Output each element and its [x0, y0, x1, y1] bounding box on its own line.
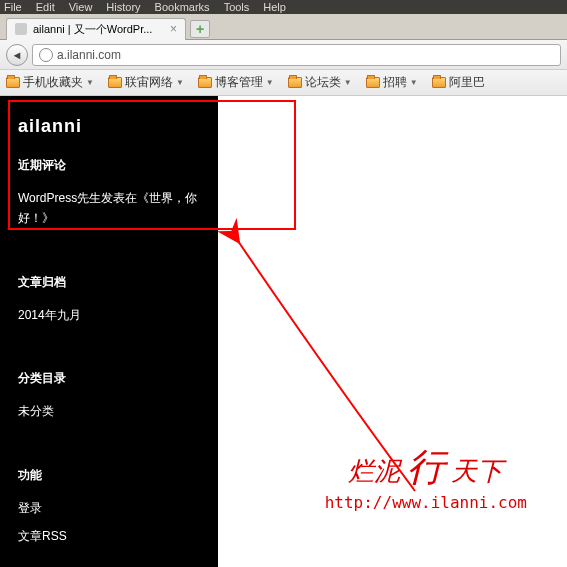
folder-icon — [432, 77, 446, 88]
menu-tools[interactable]: Tools — [224, 1, 250, 13]
globe-icon — [39, 48, 53, 62]
widget-title: 文章归档 — [18, 274, 200, 291]
url-text: a.ilanni.com — [57, 48, 121, 62]
menu-bookmarks[interactable]: Bookmarks — [155, 1, 210, 13]
menu-history[interactable]: History — [106, 1, 140, 13]
menubar: File Edit View History Bookmarks Tools H… — [0, 0, 567, 14]
folder-icon — [108, 77, 122, 88]
folder-icon — [6, 77, 20, 88]
new-tab-button[interactable]: + — [190, 20, 210, 38]
comment-author[interactable]: WordPress先生 — [18, 191, 101, 205]
tab-title: ailanni | 又一个WordPr... — [33, 22, 164, 37]
folder-icon — [198, 77, 212, 88]
bookmark-folder-alibaba[interactable]: 阿里巴 — [432, 74, 485, 91]
bookmark-folder-blog[interactable]: 博客管理▼ — [198, 74, 274, 91]
widget-title: 分类目录 — [18, 370, 200, 387]
menu-help[interactable]: Help — [263, 1, 286, 13]
widget-categories: 分类目录 未分类 — [18, 370, 200, 421]
widget-archives: 文章归档 2014年九月 — [18, 274, 200, 325]
chevron-down-icon: ▼ — [344, 78, 352, 87]
navbar: ◄ a.ilanni.com — [0, 40, 567, 70]
widget-recent-comments: 近期评论 WordPress先生发表在《世界，你好！》 — [18, 157, 200, 229]
site-title[interactable]: ailanni — [18, 116, 200, 137]
bookmark-folder-mobile[interactable]: 手机收藏夹▼ — [6, 74, 94, 91]
tabbar: ailanni | 又一个WordPr... × + — [0, 14, 567, 40]
tab-close-button[interactable]: × — [170, 22, 177, 36]
bookmark-folder-network[interactable]: 联宙网络▼ — [108, 74, 184, 91]
chevron-down-icon: ▼ — [176, 78, 184, 87]
folder-icon — [366, 77, 380, 88]
comment-item: WordPress先生发表在《世界，你好！》 — [18, 188, 200, 229]
folder-icon — [288, 77, 302, 88]
login-link[interactable]: 登录 — [18, 501, 42, 515]
favicon-icon — [15, 23, 27, 35]
menu-file[interactable]: File — [4, 1, 22, 13]
archive-link[interactable]: 2014年九月 — [18, 308, 81, 322]
menu-edit[interactable]: Edit — [36, 1, 55, 13]
url-bar[interactable]: a.ilanni.com — [32, 44, 561, 66]
chevron-down-icon: ▼ — [266, 78, 274, 87]
sidebar: ailanni 近期评论 WordPress先生发表在《世界，你好！》 文章归档… — [0, 96, 218, 567]
watermark: 烂泥 行 天下 http://www.ilanni.com — [325, 442, 527, 512]
chevron-down-icon: ▼ — [86, 78, 94, 87]
category-link[interactable]: 未分类 — [18, 404, 54, 418]
back-button[interactable]: ◄ — [6, 44, 28, 66]
bookmark-folder-forum[interactable]: 论坛类▼ — [288, 74, 352, 91]
widget-meta: 功能 登录 文章RSS — [18, 467, 200, 547]
menu-view[interactable]: View — [69, 1, 93, 13]
widget-title: 近期评论 — [18, 157, 200, 174]
chevron-down-icon: ▼ — [410, 78, 418, 87]
bookmark-bar: 手机收藏夹▼ 联宙网络▼ 博客管理▼ 论坛类▼ 招聘▼ 阿里巴 — [0, 70, 567, 96]
page-content: ailanni 近期评论 WordPress先生发表在《世界，你好！》 文章归档… — [0, 96, 567, 567]
browser-tab[interactable]: ailanni | 又一个WordPr... × — [6, 18, 186, 40]
bookmark-folder-jobs[interactable]: 招聘▼ — [366, 74, 418, 91]
widget-title: 功能 — [18, 467, 200, 484]
rss-link[interactable]: 文章RSS — [18, 529, 67, 543]
